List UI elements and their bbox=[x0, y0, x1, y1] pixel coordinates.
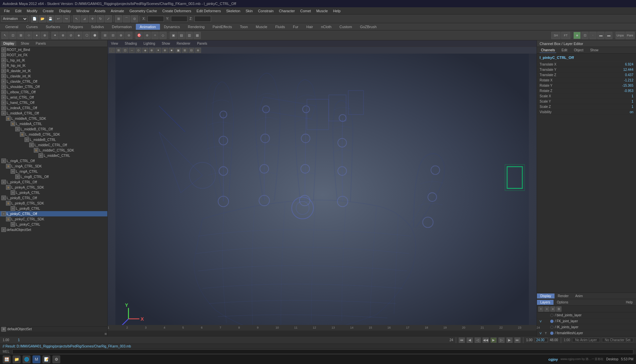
menu-animate[interactable]: Animate bbox=[108, 8, 127, 14]
vp-menu-shading[interactable]: Shading bbox=[123, 41, 139, 46]
display-tab-display[interactable]: Display bbox=[537, 294, 555, 298]
outliner-item[interactable]: +L_ringB_CTRL_Off bbox=[0, 174, 107, 179]
channel-value[interactable]: 0.437 bbox=[607, 73, 633, 77]
outliner-item[interactable]: +L_pinkyC_CTRL bbox=[0, 222, 107, 227]
vp-tb3[interactable]: ↔ bbox=[129, 48, 135, 53]
taskbar-desktop[interactable]: Desktop bbox=[606, 357, 618, 361]
layer-checkbox[interactable] bbox=[550, 314, 554, 317]
layer-options-btn[interactable]: ≡ bbox=[550, 306, 556, 312]
tool-8[interactable]: ⬢ bbox=[91, 32, 98, 39]
tool-sh[interactable]: SH bbox=[551, 32, 560, 39]
open-btn[interactable]: 📂 bbox=[39, 15, 46, 23]
delete-layer-btn[interactable]: × bbox=[544, 306, 550, 312]
tab-fur[interactable]: Fur bbox=[289, 24, 302, 30]
tab-animation[interactable]: Animation bbox=[136, 24, 160, 30]
menu-create-deformers[interactable]: Create Deformers bbox=[160, 8, 194, 14]
layer-tab-help[interactable]: Help bbox=[622, 300, 636, 305]
outliner-scroll[interactable]: +ROOT_int_Bind+ROOT_int_FK+L_hip_int_IK+… bbox=[0, 47, 107, 326]
snap-grid-btn[interactable]: ⊞ bbox=[115, 15, 122, 23]
layer-checkbox[interactable] bbox=[550, 332, 554, 335]
outliner-item[interactable]: +ROOT_int_Bind bbox=[0, 47, 107, 52]
layer-checkbox[interactable] bbox=[550, 320, 554, 323]
menu-skin[interactable]: Skin bbox=[243, 8, 255, 14]
tool-4[interactable]: ♦ bbox=[33, 32, 40, 39]
tool-16[interactable]: ◇ bbox=[159, 32, 167, 39]
tab-painteffects[interactable]: PaintEffects bbox=[209, 24, 236, 30]
vp-tb9[interactable]: ■ bbox=[169, 48, 175, 53]
tool-19[interactable]: ▥ bbox=[186, 32, 193, 39]
outliner-item[interactable]: +R_hip_int_IK bbox=[0, 63, 107, 68]
vp-menu-view[interactable]: View bbox=[109, 41, 120, 46]
z-field[interactable] bbox=[194, 16, 211, 22]
outliner-item[interactable]: +L_indexA_CTRL_Off bbox=[0, 105, 107, 111]
outliner-resize-handle[interactable] bbox=[105, 333, 107, 335]
tool-ft[interactable]: FT bbox=[561, 32, 570, 39]
move-btn[interactable]: ✛ bbox=[89, 15, 96, 23]
tool-6[interactable]: ◈ bbox=[75, 32, 82, 39]
char-set-select[interactable]: No Character Set bbox=[602, 338, 633, 342]
y-field[interactable] bbox=[171, 16, 187, 22]
outliner-item[interactable]: +L_middleC_CTRL bbox=[0, 153, 107, 158]
shading-5[interactable]: ▬ bbox=[605, 32, 612, 39]
play-fwd-btn[interactable]: ▶ bbox=[491, 338, 497, 343]
tool-3[interactable]: ⊹ bbox=[25, 32, 32, 39]
tool-5[interactable]: ⊕ bbox=[41, 32, 48, 39]
goto-end-btn[interactable]: ⏭ bbox=[514, 338, 520, 343]
outliner-item[interactable]: SL_middleB_CTRL_SDK bbox=[0, 132, 107, 137]
tab-subdivs[interactable]: Subdivs bbox=[87, 24, 108, 30]
menu-muscle[interactable]: Muscle bbox=[314, 8, 331, 14]
vp-tb6[interactable]: ⊕ bbox=[149, 48, 155, 53]
outliner-tab-panels[interactable]: Panels bbox=[34, 41, 48, 46]
tool-ik[interactable]: ⊗ bbox=[59, 32, 67, 39]
x-field[interactable] bbox=[147, 16, 164, 22]
vp-tb13[interactable]: ⊕ bbox=[195, 48, 201, 53]
goto-start-btn[interactable]: ⏮ bbox=[459, 338, 465, 343]
vp-frame-all[interactable]: ⊞ bbox=[116, 48, 122, 53]
outliner-item[interactable]: +L_pinkyC_CTRL_Off bbox=[0, 211, 107, 216]
tool-11[interactable]: ⊕ bbox=[117, 32, 125, 39]
outliner-item[interactable]: +L_ringA_CTRL bbox=[0, 169, 107, 174]
layer-settings-btn[interactable]: ⚙ bbox=[556, 306, 561, 312]
tab-deformation[interactable]: Deformation bbox=[108, 24, 136, 30]
play-back-btn[interactable]: ◀◀ bbox=[483, 338, 489, 343]
channel-value[interactable]: 1 bbox=[607, 94, 633, 98]
timeline-area[interactable] bbox=[108, 330, 537, 336]
outliner-item[interactable]: +L_pinkyB_CTRL_Off bbox=[0, 195, 107, 201]
outliner-item[interactable]: +L_middleA_CTRL_Off bbox=[0, 111, 107, 116]
menu-modify[interactable]: Modify bbox=[24, 8, 40, 14]
vp-camera[interactable]: 🎥 bbox=[109, 48, 115, 53]
outliner-item[interactable]: SL_middleA_CTRL_SDK bbox=[0, 116, 107, 121]
shading-wire[interactable]: ⊡ bbox=[581, 32, 589, 39]
mel-input[interactable] bbox=[12, 349, 633, 354]
menu-help[interactable]: Help bbox=[331, 8, 344, 14]
tab-custom[interactable]: Custom bbox=[336, 24, 356, 30]
tab-fluids[interactable]: Fluids bbox=[271, 24, 289, 30]
vp-tb5[interactable]: ◈ bbox=[142, 48, 148, 53]
rotate-btn[interactable]: ↻ bbox=[97, 15, 104, 23]
menu-edit-deformers[interactable]: Edit Deformers bbox=[194, 8, 223, 14]
outliner-item[interactable]: +L_wrist_CTRL_Off bbox=[0, 95, 107, 100]
outliner-item[interactable]: SL_pinkyB_CTRL_SDK bbox=[0, 201, 107, 206]
outliner-item[interactable]: SL_middleA_CTRL bbox=[0, 121, 107, 126]
menu-edit[interactable]: Edit bbox=[13, 8, 24, 14]
vp-tb7[interactable]: ✦ bbox=[155, 48, 161, 53]
menu-character[interactable]: Character bbox=[276, 8, 297, 14]
display-tab-anim[interactable]: Anim bbox=[572, 294, 586, 298]
tool-2[interactable]: ⊠ bbox=[17, 32, 25, 39]
next-key-btn[interactable]: ▷ bbox=[499, 338, 504, 343]
tool-1[interactable]: ⊡ bbox=[9, 32, 17, 39]
tool-20[interactable]: ▦ bbox=[193, 32, 201, 39]
outliner-item[interactable]: +L_pinkyA_CTRL_Off bbox=[0, 179, 107, 185]
layer-item[interactable]: / IK_joints_layer bbox=[537, 324, 636, 330]
outliner-item[interactable]: +L_clavide_CTRL_Off bbox=[0, 79, 107, 84]
new-layer-btn[interactable]: + bbox=[538, 306, 544, 312]
vp-menu-panels[interactable]: Panels bbox=[195, 41, 209, 46]
outliner-item[interactable]: +L_ringA_CTRL_Off bbox=[0, 158, 107, 163]
taskbar-icon-1[interactable]: 📁 bbox=[13, 355, 21, 363]
layer-item[interactable]: VT/ femaleMeshLayer bbox=[537, 330, 636, 336]
layer-item[interactable]: / bind_joints_layer bbox=[537, 312, 636, 318]
snap-point-btn[interactable]: ⊙ bbox=[131, 15, 138, 23]
vp-tb8[interactable]: ⊗ bbox=[162, 48, 168, 53]
outliner-tab-show[interactable]: Show bbox=[19, 41, 31, 46]
taskbar-icon-2[interactable]: 🌐 bbox=[23, 355, 30, 363]
